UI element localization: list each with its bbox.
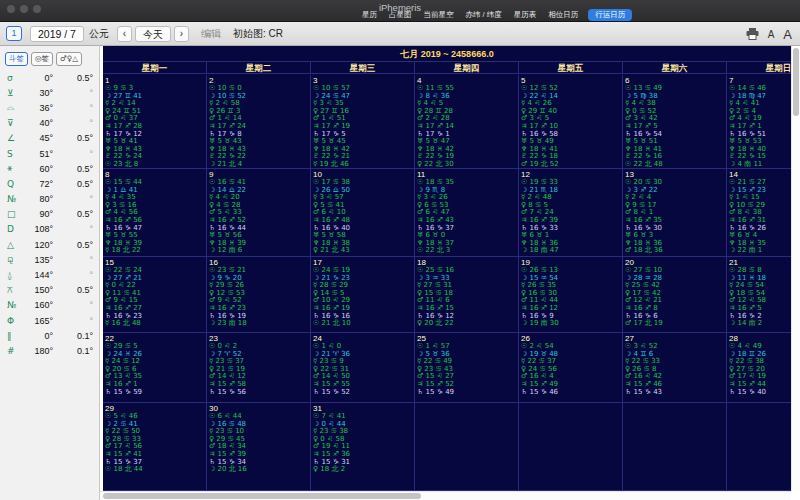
aspect-row[interactable]: D108°° [0, 222, 99, 237]
horizontal-scrollbar[interactable] [100, 491, 791, 500]
next-month-button[interactable]: › [174, 26, 189, 42]
aspect-orb[interactable]: ° [59, 88, 93, 98]
transit-line: ☿ 16 北 48 [105, 320, 206, 328]
day-cell[interactable]: 23☉ 0 ♌ 2☽ 7 ♈ 52☿ 23 ♋ 37♀ 21 ♋ 19♂ 14 … [207, 333, 311, 403]
menu-tab-item[interactable]: 星历表 [512, 9, 539, 21]
font-decrease-button[interactable]: A [768, 29, 775, 40]
aspect-row[interactable]: ⊻30°° [0, 85, 99, 100]
aspect-symbol-icon: № [7, 300, 23, 310]
day-cell[interactable]: 20☉ 27 ♋ 10☽ 28 ♒ 28☿ 25 ♋ 42♀ 17 ♋ 42♂ … [623, 257, 727, 333]
vertical-scrollbar[interactable] [791, 46, 800, 491]
aspect-angle: 120° [23, 240, 53, 250]
menu-tab-item[interactable]: 相位日历 [546, 9, 580, 21]
aspect-row[interactable]: □90°0.5° [0, 207, 99, 222]
aspect-orb[interactable]: 0.5° [59, 240, 93, 250]
aspect-orb[interactable]: ° [59, 255, 93, 265]
aspect-filter-tab[interactable]: ♂♀△ [56, 52, 82, 66]
day-cell[interactable]: 6☉ 13 ♋ 49☽ 5 ♍ 38☿ 4 ♌ 38♀ 0 ♋ 52♂ 3 ♌ … [623, 75, 727, 169]
aspect-orb[interactable]: ° [59, 103, 93, 113]
aspect-orb[interactable]: 0.5° [59, 133, 93, 143]
aspect-row[interactable]: ⍙144°° [0, 267, 99, 282]
aspect-orb[interactable]: 0.1° [59, 346, 93, 356]
aspect-row[interactable]: №80°° [0, 192, 99, 207]
aspect-row[interactable]: △120°0.5° [0, 237, 99, 252]
aspect-row[interactable]: ⚼135°° [0, 252, 99, 267]
day-cell[interactable]: 4☉ 11 ♋ 55☽ 8 ♌ 36☿ 4 ♌ 5♀ 28 ♊ 28♂ 2 ♌ … [415, 75, 519, 169]
aspect-orb[interactable]: 0.5° [59, 179, 93, 189]
day-cell[interactable]: 12☉ 19 ♋ 33☽ 21 ♏ 18☿ 2 ♌ 48♀ 8 ♋ 5♂ 7 ♌… [519, 169, 623, 257]
day-cell[interactable]: 8☉ 15 ♋ 44☽ 1 ♎ 41☿ 4 ♌ 35♀ 3 ♋ 16♂ 4 ♌ … [103, 169, 207, 257]
initial-chart-label[interactable]: 初始图: CR [233, 27, 283, 41]
day-cell[interactable]: 26☉ 2 ♌ 54☽ 19 ♉ 48☿ 22 ♋ 37♀ 24 ♋ 56♂ 1… [519, 333, 623, 403]
font-increase-button[interactable]: A [783, 27, 792, 42]
calendar-view-toggle-button[interactable]: 1 [6, 26, 22, 41]
aspect-filter-tab[interactable]: 斗签 [5, 52, 28, 66]
aspect-orb[interactable]: 0.5° [59, 285, 93, 295]
day-cell[interactable]: 7☉ 14 ♋ 46☽ 18 ♍ 47☿ 4 ♌ 41♀ 2 ♋ 4♂ 4 ♌ … [727, 75, 791, 169]
date-field[interactable]: 2019 / 7 [30, 26, 84, 42]
menu-tab-item[interactable]: 赤纬 / 纬度 [464, 9, 504, 21]
aspect-row[interactable]: ⚻150°0.5° [0, 283, 99, 298]
aspect-orb[interactable]: ° [59, 118, 93, 128]
aspect-orb[interactable]: ° [59, 300, 93, 310]
aspect-row[interactable]: Φ165°° [0, 313, 99, 328]
day-cell[interactable]: 19☉ 26 ♋ 13☽ 15 ♒ 54☿ 26 ♋ 35♀ 16 ♋ 30♂ … [519, 257, 623, 333]
menu-tab-item[interactable]: 当前星空 [422, 9, 456, 21]
vertical-scrollbar-thumb[interactable] [793, 48, 799, 116]
aspect-orb[interactable]: 0.5° [59, 209, 93, 219]
day-cell[interactable]: 27☉ 3 ♌ 52☽ 4 ♊ 6☿ 22 ♋ 33♀ 26 ♋ 8♂ 16 ♌… [623, 333, 727, 403]
day-cell[interactable]: 11☉ 18 ♋ 35☽ 9 ♏ 8☿ 3 ♌ 26♀ 6 ♋ 53♂ 6 ♌ … [415, 169, 519, 257]
aspect-row[interactable]: #180°0.1° [0, 343, 99, 358]
aspect-row[interactable]: S51°° [0, 146, 99, 161]
aspect-row[interactable]: σ0°0.5° [0, 70, 99, 85]
day-cell[interactable]: 30☉ 6 ♌ 44☽ 16 ♋ 48☿ 23 ♋ 10♀ 29 ♋ 45♂ 1… [207, 403, 311, 491]
aspect-row[interactable]: ∥0°0.1° [0, 328, 99, 343]
day-cell[interactable]: 18☉ 25 ♋ 16☽ 3 ♒ 33☿ 27 ♋ 31♀ 15 ♋ 18♂ 1… [415, 257, 519, 333]
aspect-row[interactable]: ⚹60°0.5° [0, 161, 99, 176]
day-cell[interactable]: 21☉ 28 ♋ 8☽ 11 ♓ 18☿ 24 ♋ 54♀ 18 ♋ 54♂ 1… [727, 257, 791, 333]
day-cell[interactable]: 31☉ 7 ♌ 41☽ 0 ♌ 44☿ 23 ♋ 38♀ 0 ♌ 58♂ 19 … [311, 403, 415, 491]
today-button[interactable]: 今天 [135, 26, 171, 42]
aspect-orb[interactable]: ° [59, 224, 93, 234]
aspect-orb[interactable]: ° [59, 316, 93, 326]
day-cell[interactable]: 22☉ 29 ♋ 5☽ 24 ♓ 26☿ 24 ♋ 12♀ 20 ♋ 6♂ 13… [103, 333, 207, 403]
day-cell[interactable]: 15☉ 22 ♋ 24☽ 27 ♐ 21☿ 0 ♌ 22♀ 11 ♋ 41♂ 9… [103, 257, 207, 333]
day-cell[interactable]: 16☉ 23 ♋ 21☽ 9 ♑ 20☿ 29 ♋ 26♀ 12 ♋ 53♂ 9… [207, 257, 311, 333]
aspect-orb[interactable]: 0.1° [59, 331, 93, 341]
menu-tab-active[interactable]: 行运日历 [588, 9, 632, 21]
aspect-row[interactable]: ⊽40°° [0, 116, 99, 131]
aspect-orb[interactable]: ° [59, 149, 93, 159]
day-cell[interactable]: 2☉ 10 ♋ 0☽ 10 ♋ 52☿ 2 ♌ 58♀ 26 ♊ 3♂ 1 ♌ … [207, 75, 311, 169]
aspect-orb[interactable]: 0.5° [59, 73, 93, 83]
day-cell[interactable]: 17☉ 24 ♋ 19☽ 21 ♑ 23☿ 28 ♋ 29♀ 14 ♋ 5♂ 1… [311, 257, 415, 333]
menu-tab-item[interactable]: 占星图 [387, 9, 414, 21]
day-cell[interactable]: 13☉ 20 ♋ 30☽ 3 ♐ 22☿ 2 ♌ 4♀ 9 ♋ 17♂ 8 ♌ … [623, 169, 727, 257]
print-button[interactable] [746, 28, 759, 40]
day-cell[interactable]: 5☉ 12 ♋ 52☽ 22 ♌ 14☿ 4 ♌ 26♀ 29 ♊ 40♂ 3 … [519, 75, 623, 169]
aspect-row[interactable]: ⌓36°° [0, 100, 99, 115]
day-cell[interactable]: 3☉ 10 ♋ 57☽ 24 ♋ 47☿ 3 ♌ 35♀ 27 ♊ 16♂ 1 … [311, 75, 415, 169]
aspect-filter-tab[interactable]: ◎签 [31, 52, 53, 66]
horizontal-scrollbar-thumb[interactable] [103, 493, 421, 499]
prev-month-button[interactable]: ‹ [117, 26, 132, 42]
day-cell[interactable]: 29☉ 5 ♌ 46☽ 2 ♋ 41☿ 22 ♋ 50♀ 28 ♋ 33♂ 17… [103, 403, 207, 491]
aspect-symbol-icon: ∠ [7, 133, 23, 143]
edit-button[interactable]: 编辑 [201, 27, 221, 41]
aspect-angle: 51° [23, 149, 53, 159]
aspect-angle: 108° [23, 224, 53, 234]
day-cell[interactable]: 9☉ 16 ♋ 41☽ 14 ♎ 22☿ 4 ♌ 20♀ 4 ♋ 28♂ 5 ♌… [207, 169, 311, 257]
menu-tab-item[interactable]: 星历 [360, 9, 379, 21]
transit-line: ☉ 21 北 10 [313, 320, 414, 328]
aspect-row[interactable]: №160°° [0, 298, 99, 313]
aspect-row[interactable]: Q72°0.5° [0, 176, 99, 191]
aspect-orb[interactable]: ° [59, 270, 93, 280]
day-cell[interactable]: 1☉ 9 ♋ 3☽ 27 ♊ 41☿ 2 ♌ 14♀ 24 ♊ 51♂ 0 ♌ … [103, 75, 207, 169]
day-cell[interactable]: 25☉ 1 ♌ 57☽ 5 ♉ 36☿ 22 ♋ 49♀ 23 ♋ 43♂ 15… [415, 333, 519, 403]
day-cell[interactable]: 10☉ 17 ♋ 38☽ 26 ♎ 50☿ 3 ♌ 57♀ 5 ♋ 41♂ 6 … [311, 169, 415, 257]
day-cell[interactable]: 28☉ 4 ♌ 49☽ 18 ♊ 26☿ 22 ♋ 38♀ 27 ♋ 20♂ 1… [727, 333, 791, 403]
day-cell[interactable]: 14☉ 21 ♋ 27☽ 15 ♐ 23☿ 1 ♌ 15♀ 10 ♋ 29♂ 8… [727, 169, 791, 257]
aspect-orb[interactable]: ° [59, 194, 93, 204]
aspect-orb[interactable]: 0.5° [59, 164, 93, 174]
day-cell[interactable]: 24☉ 1 ♌ 0☽ 21 ♈ 36☿ 23 ♋ 9♀ 22 ♋ 31♂ 14 … [311, 333, 415, 403]
aspect-row[interactable]: ∠45°0.5° [0, 131, 99, 146]
